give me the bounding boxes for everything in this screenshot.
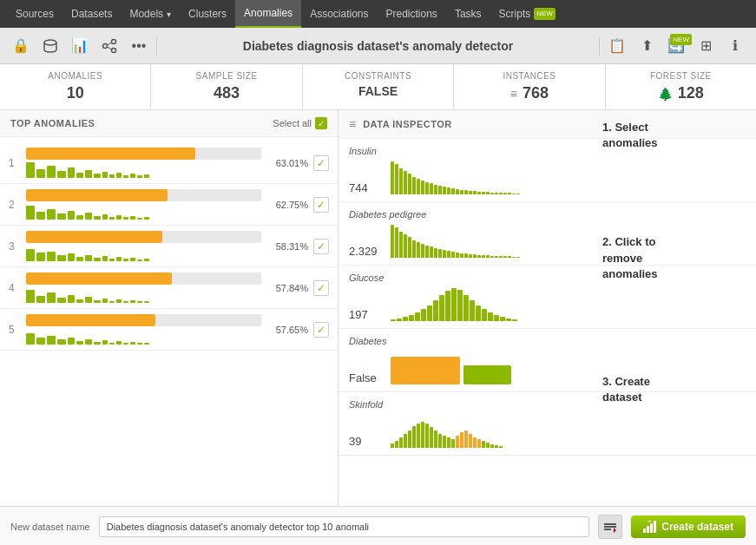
anomaly-checkbox[interactable]: ✓: [313, 239, 329, 254]
hist-bar: [456, 189, 459, 194]
hist-bar: [490, 256, 494, 258]
select-all-checkbox[interactable]: ✓: [315, 117, 327, 129]
field-name: Insulin: [349, 146, 746, 156]
nodes-icon[interactable]: [97, 34, 122, 58]
dataset-icon[interactable]: [38, 34, 62, 58]
dots-icon[interactable]: •••: [127, 34, 151, 58]
chart-icon[interactable]: 📊: [68, 34, 92, 58]
green-bar: [102, 214, 108, 220]
green-bar: [130, 300, 135, 303]
hist-bar: [500, 317, 505, 321]
anomaly-checkbox[interactable]: ✓: [313, 322, 329, 338]
nav-sources[interactable]: Sources: [7, 0, 62, 28]
info-icon[interactable]: ℹ: [723, 34, 747, 58]
green-bar: [94, 300, 101, 303]
hist-bar: [495, 445, 498, 448]
green-bar: [123, 301, 128, 303]
field-value: False: [349, 371, 384, 384]
hist-bar: [508, 256, 511, 258]
hist-bar: [482, 309, 487, 321]
hist-bar: [434, 430, 437, 448]
nav-clusters[interactable]: Clusters: [180, 0, 235, 28]
orange-bar-container: [26, 231, 261, 243]
hist-bar: [494, 315, 499, 321]
hist-bar: [395, 441, 398, 448]
green-bars: [26, 162, 261, 178]
inspector-icon: ≡: [349, 117, 356, 131]
navbar: Sources Datasets Models ▾ Clusters Anoma…: [0, 0, 756, 28]
field-chart: False: [349, 350, 746, 384]
hist-bar: [482, 255, 485, 258]
hist-bar: [399, 232, 403, 258]
nav-datasets[interactable]: Datasets: [62, 0, 121, 28]
bar-true: [463, 365, 511, 384]
nav-anomalies[interactable]: Anomalies: [235, 0, 301, 28]
anomaly-number: 4: [9, 282, 26, 294]
refresh-icon[interactable]: 🔄NEW: [664, 34, 688, 58]
hist-bar: [473, 191, 477, 194]
green-bar: [144, 259, 149, 261]
green-bar: [123, 217, 128, 220]
checkmark-icon: ✓: [317, 282, 325, 294]
orange-bar-container: [26, 272, 261, 285]
remove-button[interactable]: [598, 515, 622, 539]
hist-bar: [404, 234, 407, 258]
green-bar: [137, 259, 142, 261]
anomaly-checkbox[interactable]: ✓: [313, 280, 329, 296]
hist-bar: [430, 427, 433, 448]
nav-models[interactable]: Models ▾: [121, 0, 180, 28]
green-bar: [102, 299, 108, 303]
hist-bar: [421, 309, 426, 321]
select-all-button[interactable]: Select all ✓: [273, 117, 327, 129]
svg-point-0: [44, 40, 56, 45]
hist-bar: [425, 424, 429, 448]
hist-bar: [417, 242, 420, 258]
field-name: Diabetes: [349, 336, 746, 346]
anomaly-checkbox[interactable]: ✓: [313, 197, 329, 213]
anomaly-percent: 58.31%: [266, 241, 308, 252]
hist-bar: [477, 192, 481, 194]
anomaly-number: 3: [9, 240, 26, 253]
page-title: Diabetes diagnosis dataset's anomaly det…: [162, 39, 594, 53]
lock-icon[interactable]: 🔒: [9, 34, 33, 58]
inspector-field: Diabetes pedigree 2.329: [339, 202, 756, 266]
green-bars: [26, 204, 261, 220]
field-chart: 744: [349, 160, 746, 194]
svg-line-5: [108, 47, 112, 49]
green-bar: [109, 301, 115, 303]
hist-bar: [447, 187, 450, 194]
hist-bar: [417, 179, 420, 194]
green-bar: [144, 301, 149, 303]
inspector-field: Glucose 197: [339, 266, 756, 329]
hist-bar: [451, 188, 455, 194]
anomaly-row: 2 62.75% ✓: [0, 184, 338, 226]
nav-scripts[interactable]: Scripts NEW: [490, 0, 564, 28]
orange-bar-container: [26, 189, 261, 201]
left-panel-header: TOP ANOMALIES Select all ✓: [0, 110, 338, 137]
copy-icon[interactable]: 📋: [605, 34, 629, 58]
anomaly-bars: [26, 314, 261, 345]
hist-bar: [482, 441, 485, 448]
hist-bar: [516, 257, 520, 258]
create-dataset-button[interactable]: + Create dataset: [631, 515, 746, 538]
upload-icon[interactable]: ⬆: [634, 34, 659, 58]
hist-bar: [425, 182, 429, 194]
right-panel-header: ≡ DATA INSPECTOR: [339, 110, 756, 139]
stat-anomalies: ANOMALIES 10: [0, 64, 151, 109]
anomaly-checkbox[interactable]: ✓: [313, 155, 329, 171]
green-bar: [137, 301, 142, 303]
green-bar: [116, 173, 122, 178]
nav-associations[interactable]: Associations: [301, 0, 377, 28]
hist-bar: [451, 288, 457, 321]
dataset-name-input[interactable]: [99, 516, 590, 537]
green-bar: [47, 252, 56, 261]
hist-bar: [499, 193, 503, 194]
hist-bar: [403, 317, 408, 321]
green-bar: [144, 343, 149, 345]
view-icon[interactable]: ⊞: [694, 34, 718, 58]
green-bar: [57, 255, 66, 261]
green-bar: [94, 174, 101, 178]
nav-predictions[interactable]: Predictions: [378, 0, 446, 28]
nav-tasks[interactable]: Tasks: [446, 0, 490, 28]
hist-bar: [391, 319, 396, 321]
